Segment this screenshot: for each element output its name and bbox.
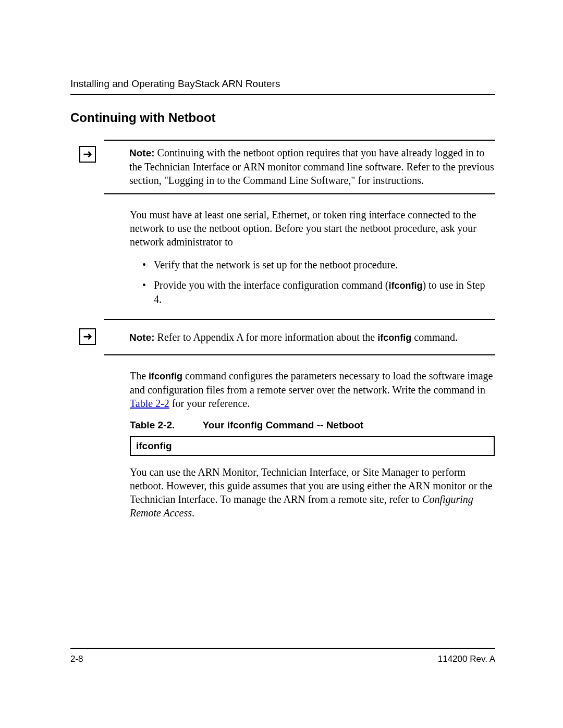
note-block-1: ➜ Note: Continuing with the netboot opti… bbox=[104, 140, 495, 194]
note-bold: ifconfig bbox=[377, 332, 411, 343]
running-head: Installing and Operating BayStack ARN Ro… bbox=[70, 78, 495, 95]
paragraph-3: You can use the ARN Monitor, Technician … bbox=[130, 465, 495, 520]
page: Installing and Operating BayStack ARN Ro… bbox=[0, 0, 563, 520]
arrow-icon: ➜ bbox=[79, 328, 96, 345]
doc-rev: 114200 Rev. A bbox=[438, 654, 495, 664]
note-label: Note: bbox=[129, 147, 155, 158]
page-number: 2-8 bbox=[70, 654, 83, 664]
note-block-2: ➜ Note: Refer to Appendix A for more inf… bbox=[104, 319, 495, 356]
caption-title: Your ifconfig Command -- Netboot bbox=[203, 419, 364, 430]
p2-t2: command configures the parameters necess… bbox=[130, 370, 493, 395]
p2-t1: The bbox=[130, 370, 149, 381]
note-text-1: Note: Continuing with the netboot option… bbox=[129, 146, 495, 187]
list-item: Provide you with the interface configura… bbox=[142, 278, 495, 306]
table-link[interactable]: Table 2-2 bbox=[130, 398, 169, 409]
note-text-2: Note: Refer to Appendix A for more infor… bbox=[129, 330, 495, 344]
p2-bold: ifconfig bbox=[149, 371, 182, 381]
p2-t3: for your reference. bbox=[169, 398, 250, 409]
bullet-list: Verify that the network is set up for th… bbox=[142, 258, 495, 306]
list-text-before: Provide you with the interface configura… bbox=[154, 279, 388, 291]
table-row: ifconfig bbox=[130, 437, 494, 455]
list-item: Verify that the network is set up for th… bbox=[142, 258, 495, 272]
p3-t2: . bbox=[192, 507, 194, 519]
note-before: Refer to Appendix A for more information… bbox=[157, 331, 378, 343]
footer: 2-8 114200 Rev. A bbox=[70, 648, 495, 664]
note-label: Note: bbox=[129, 332, 155, 343]
arrow-icon: ➜ bbox=[79, 146, 96, 163]
note-after: command. bbox=[411, 331, 458, 343]
paragraph-1: You must have at least one serial, Ether… bbox=[130, 208, 495, 249]
table-cell: ifconfig bbox=[130, 437, 494, 455]
ifconfig-table: ifconfig bbox=[130, 436, 495, 456]
list-bold: ifconfig bbox=[388, 280, 422, 291]
list-text: Verify that the network is set up for th… bbox=[154, 259, 398, 270]
table-caption: Table 2-2. Your ifconfig Command -- Netb… bbox=[130, 419, 495, 431]
note-body: Continuing with the netboot option requi… bbox=[129, 147, 494, 186]
paragraph-2: The ifconfig command configures the para… bbox=[130, 369, 495, 410]
section-title: Continuing with Netboot bbox=[70, 110, 495, 125]
caption-label: Table 2-2. bbox=[130, 419, 175, 430]
